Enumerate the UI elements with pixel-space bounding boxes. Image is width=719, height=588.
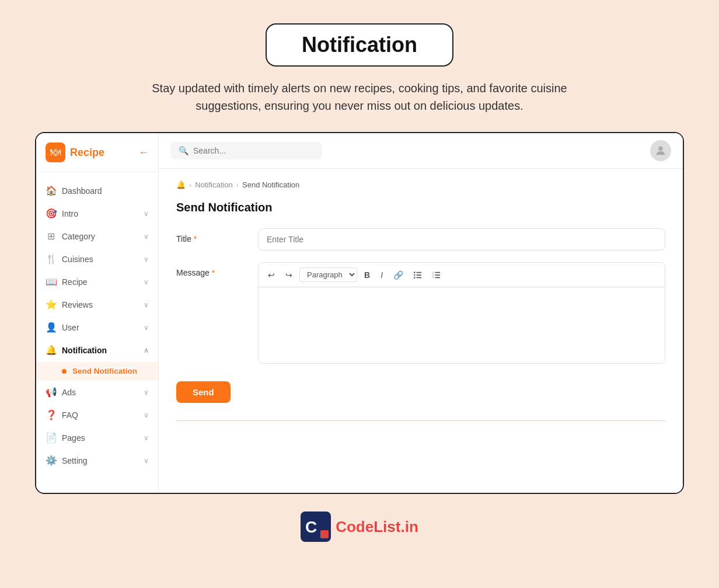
rich-text-editor: ↩ ↪ Paragraph B I 🔗 <box>258 262 665 364</box>
sidebar-label-dashboard: Dashboard <box>62 186 102 196</box>
sidebar-item-send-notification[interactable]: Send Notification <box>36 361 158 381</box>
pages-icon: 📄 <box>46 432 56 443</box>
sidebar-item-notification[interactable]: 🔔 Notification ∧ <box>36 339 158 361</box>
sidebar-item-user[interactable]: 👤 User ∨ <box>36 316 158 339</box>
sidebar-item-category[interactable]: ⊞ Category ∨ <box>36 225 158 248</box>
bullet-list-button[interactable] <box>410 269 425 281</box>
notification-subnav: Send Notification <box>36 361 158 381</box>
message-label: Message * <box>176 262 258 277</box>
codelist-logo-icon: C <box>301 512 331 542</box>
sidebar-label-intro: Intro <box>62 209 78 218</box>
page-title-box: Notification <box>266 23 453 67</box>
chevron-down-icon: ∨ <box>144 388 149 396</box>
svg-rect-3 <box>416 277 421 278</box>
undo-button[interactable]: ↩ <box>264 268 278 282</box>
sidebar: 🍽 Recipe ← 🏠 Dashboard 🎯 Intro ∨ <box>36 133 159 493</box>
sidebar-label-user: User <box>62 323 79 332</box>
intro-icon: 🎯 <box>46 208 56 219</box>
sidebar-item-intro[interactable]: 🎯 Intro ∨ <box>36 202 158 225</box>
required-star: * <box>194 234 197 243</box>
sidebar-item-recipe[interactable]: 📖 Recipe ∨ <box>36 270 158 293</box>
sidebar-label-notification: Notification <box>62 346 107 355</box>
svg-text:1.: 1. <box>432 271 434 273</box>
svg-rect-8 <box>435 274 440 276</box>
page-title: Notification <box>302 33 417 57</box>
sidebar-item-dashboard[interactable]: 🏠 Dashboard <box>36 179 158 202</box>
search-icon: 🔍 <box>179 146 189 155</box>
sidebar-label-faq: FAQ <box>62 410 78 420</box>
cuisines-icon: 🍴 <box>46 253 56 265</box>
sidebar-logo: 🍽 Recipe ← <box>36 133 158 172</box>
send-button[interactable]: Send <box>176 381 231 403</box>
category-icon: ⊞ <box>46 231 56 242</box>
logo-text: Recipe <box>70 147 104 159</box>
chevron-down-icon: ∨ <box>144 323 149 332</box>
message-editor-body[interactable] <box>259 287 665 363</box>
chevron-down-icon: ∨ <box>144 457 149 465</box>
main-content: 🔍 🔔 › Notification › Send Notification <box>159 133 683 493</box>
footer-brand-name: CodeList.in <box>336 518 418 536</box>
sidebar-label-pages: Pages <box>62 433 85 443</box>
chevron-down-icon: ∨ <box>144 210 149 218</box>
sidebar-item-setting[interactable]: ⚙️ Setting ∨ <box>36 449 158 472</box>
search-box[interactable]: 🔍 <box>170 142 322 159</box>
sidebar-label-category: Category <box>62 232 95 241</box>
bold-button[interactable]: B <box>361 268 374 282</box>
breadcrumb-send-notification: Send Notification <box>242 180 299 189</box>
reviews-icon: ⭐ <box>46 299 56 310</box>
collapse-sidebar-button[interactable]: ← <box>138 147 149 159</box>
search-input[interactable] <box>193 146 314 155</box>
footer: C CodeList.in <box>301 512 418 542</box>
svg-point-0 <box>658 147 662 151</box>
svg-point-4 <box>414 272 416 273</box>
italic-button[interactable]: I <box>377 268 386 282</box>
chevron-up-icon: ∧ <box>144 346 149 354</box>
active-dot <box>62 369 67 374</box>
app-container: 🍽 Recipe ← 🏠 Dashboard 🎯 Intro ∨ <box>35 132 684 494</box>
redo-button[interactable]: ↪ <box>282 268 296 282</box>
footer-logo: C CodeList.in <box>301 512 418 542</box>
page-header: Notification Stay updated with timely al… <box>35 23 684 114</box>
sidebar-item-cuisines[interactable]: 🍴 Cuisines ∨ <box>36 248 158 270</box>
sidebar-item-faq[interactable]: ❓ FAQ ∨ <box>36 403 158 426</box>
editor-toolbar: ↩ ↪ Paragraph B I 🔗 <box>259 263 665 287</box>
home-icon: 🏠 <box>46 185 56 196</box>
topbar: 🔍 <box>159 133 683 169</box>
chevron-down-icon: ∨ <box>144 232 149 241</box>
notification-icon: 🔔 <box>46 345 56 356</box>
svg-rect-9 <box>435 277 440 278</box>
title-input-wrapper <box>258 228 665 250</box>
title-input[interactable] <box>258 228 665 250</box>
avatar[interactable] <box>650 140 671 161</box>
paragraph-select[interactable]: Paragraph <box>299 267 357 282</box>
page-subtitle: Stay updated with timely alerts on new r… <box>126 79 593 114</box>
ordered-list-button[interactable]: 1. 2. 3. <box>429 269 444 281</box>
chevron-down-icon: ∨ <box>144 255 149 263</box>
sidebar-label-send-notification: Send Notification <box>72 367 137 375</box>
chevron-down-icon: ∨ <box>144 411 149 419</box>
svg-text:C: C <box>305 518 317 536</box>
message-field-row: Message * ↩ ↪ Paragraph B I 🔗 <box>176 262 665 364</box>
sidebar-item-reviews[interactable]: ⭐ Reviews ∨ <box>36 293 158 316</box>
required-star: * <box>212 268 215 277</box>
link-button[interactable]: 🔗 <box>390 268 407 282</box>
sidebar-item-pages[interactable]: 📄 Pages ∨ <box>36 426 158 449</box>
sidebar-item-ads[interactable]: 📢 Ads ∨ <box>36 381 158 403</box>
user-icon: 👤 <box>46 322 56 333</box>
sidebar-label-ads: Ads <box>62 388 76 397</box>
svg-point-6 <box>414 277 416 279</box>
title-label: Title * <box>176 228 258 243</box>
message-editor-wrapper: ↩ ↪ Paragraph B I 🔗 <box>258 262 665 364</box>
form-title: Send Notification <box>176 201 665 214</box>
sidebar-label-reviews: Reviews <box>62 300 93 309</box>
svg-rect-1 <box>416 272 421 273</box>
svg-rect-7 <box>435 272 440 273</box>
svg-text:2.: 2. <box>432 273 434 276</box>
chevron-down-icon: ∨ <box>144 301 149 309</box>
breadcrumb-bell-icon: 🔔 <box>176 180 186 189</box>
logo-icon: 🍽 <box>46 142 65 162</box>
logo-left: 🍽 Recipe <box>46 142 104 162</box>
setting-icon: ⚙️ <box>46 455 56 466</box>
sidebar-nav: 🏠 Dashboard 🎯 Intro ∨ ⊞ Category ∨ <box>36 172 158 481</box>
svg-rect-15 <box>320 530 329 538</box>
